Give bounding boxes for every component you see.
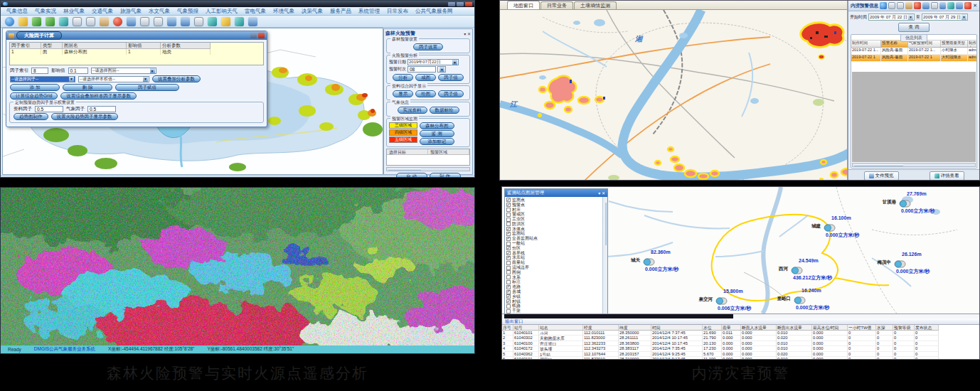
- weather-button[interactable]: 数据标绘: [430, 107, 459, 114]
- sample-weight-select[interactable]: --请选择样本权值--▼: [78, 76, 149, 82]
- image-icon[interactable]: [956, 2, 963, 9]
- station-data-row[interactable]: 361040100官庄渡口112.36223328.3638002014/12/…: [502, 341, 980, 346]
- back-arrow-icon[interactable]: [947, 2, 954, 9]
- layer-close-icon[interactable]: ✕: [602, 191, 605, 196]
- ruler-icon[interactable]: [18, 17, 28, 26]
- warning-row[interactable]: 2019-07-22 1...风险高-暴雨2019-07-22 1...小时降水…: [851, 48, 976, 55]
- assign-factor-button[interactable]: 因子赋值: [115, 84, 179, 91]
- station-data-row[interactable]: 661040101周家口111.82301028.3100002014/12/4…: [502, 357, 980, 360]
- minimize-button[interactable]: [448, 2, 455, 6]
- set-trend-display-button[interactable]: 设置火险趋势因子显示参数: [51, 113, 118, 120]
- tab-daily-ops[interactable]: 日常业务: [540, 1, 573, 9]
- layer-vscrollbar[interactable]: [602, 197, 607, 314]
- warn-date-field[interactable]: 2019年07月22日▼: [408, 59, 459, 65]
- layer-checkbox[interactable]: [506, 270, 511, 274]
- tab-map-window[interactable]: 地图窗口: [507, 1, 540, 9]
- zoom-out-icon[interactable]: [86, 17, 95, 26]
- select-arrow-icon[interactable]: [59, 17, 68, 26]
- layer-checkbox[interactable]: [506, 251, 511, 255]
- menu-item[interactable]: 交通气象: [92, 8, 113, 15]
- menu-item[interactable]: 气象信息: [6, 8, 28, 15]
- analysis-button[interactable]: 成图: [415, 74, 436, 81]
- layer-checkbox[interactable]: [506, 213, 511, 217]
- influence-input[interactable]: 0.1: [68, 68, 88, 74]
- display-button[interactable]: 绘图: [415, 90, 436, 97]
- menu-item[interactable]: 气象实况: [35, 8, 56, 15]
- layer-checkbox[interactable]: [506, 280, 511, 284]
- station-data-row[interactable]: 161040101小河112.01011128.3500002014/12/4 …: [502, 331, 980, 336]
- layer-select[interactable]: --请选择图层--▼: [91, 68, 156, 74]
- detail-view-button[interactable]: 详情查看: [930, 171, 964, 181]
- map-icon[interactable]: [939, 2, 947, 9]
- delete-button[interactable]: 删 除: [63, 84, 112, 91]
- menu-item[interactable]: 人工影响天气: [206, 8, 238, 15]
- date-from-field[interactable]: 2009 年 07 月 22 日▼: [868, 14, 915, 21]
- globe-icon[interactable]: [5, 17, 14, 26]
- full-extent-icon[interactable]: [127, 17, 136, 26]
- image-icon[interactable]: [248, 17, 257, 26]
- warn-time-select[interactable]: ▼: [437, 66, 446, 73]
- window-icon[interactable]: [922, 2, 930, 9]
- layer-checkbox[interactable]: [506, 203, 511, 207]
- tab-soil-moisture[interactable]: 土壤墒情监测: [574, 1, 617, 9]
- back-arrow-icon[interactable]: [235, 17, 244, 26]
- data-factor-input[interactable]: 0.5: [35, 106, 63, 112]
- dialog-close-button[interactable]: [258, 33, 265, 38]
- identify-icon[interactable]: [154, 17, 163, 26]
- menu-item[interactable]: 气象预报: [177, 8, 198, 15]
- globe-icon[interactable]: [880, 2, 887, 9]
- station-data-row[interactable]: 5610403621号站112.10764428.2031572014/12/4…: [502, 352, 980, 357]
- print-icon[interactable]: [194, 17, 203, 26]
- layer-item[interactable]: 村镇: [506, 299, 606, 304]
- layer-checkbox[interactable]: [506, 304, 511, 309]
- factor-select[interactable]: --请选择因子--▼: [10, 76, 75, 82]
- pin-icon[interactable]: ▾: [464, 32, 466, 36]
- pan-hand-icon[interactable]: [905, 2, 912, 9]
- layer-checkbox[interactable]: [506, 237, 511, 241]
- layer-checkbox[interactable]: [506, 242, 511, 246]
- factor-table[interactable]: 因子索引类型图层名影响值分析参数 1面森林分布图1地类: [9, 42, 264, 65]
- display-button[interactable]: 因子值: [438, 90, 464, 97]
- analysis-button[interactable]: 分析: [393, 74, 413, 81]
- zone-button[interactable]: 添加标记: [420, 138, 454, 145]
- layer-checkbox[interactable]: [506, 294, 511, 299]
- add-button[interactable]: 添 加: [10, 84, 60, 91]
- menu-item[interactable]: 服务产品: [330, 8, 351, 15]
- layer-item[interactable]: 乡镇: [506, 294, 606, 299]
- layer-checkbox[interactable]: [506, 218, 511, 222]
- target-list[interactable]: 选择目标预警区域: [386, 149, 470, 166]
- layer-checkbox[interactable]: [506, 309, 511, 314]
- warn-time-input[interactable]: 08: [408, 66, 436, 73]
- map-edit-icon[interactable]: [181, 17, 190, 26]
- map-view-icon[interactable]: [167, 17, 176, 26]
- weather-button[interactable]: 实况资料: [398, 107, 427, 114]
- menu-item[interactable]: 日常发布: [387, 8, 408, 15]
- menu-item[interactable]: 林业气象: [63, 8, 85, 15]
- page-2-icon[interactable]: [931, 2, 938, 9]
- pan-hand-icon[interactable]: [100, 17, 109, 26]
- display-button[interactable]: 显示: [393, 90, 413, 97]
- factor-table-row[interactable]: 1面森林分布图1地类: [10, 49, 263, 55]
- layer-checkbox[interactable]: [506, 290, 511, 294]
- layer-panel-title-bar[interactable]: 监测站点图层管理 ▾ ✕: [505, 189, 607, 197]
- warning-table[interactable]: 制作时间预警名称气象预警时间预警雨量类型制作人 2019-07-22 1...风…: [851, 40, 976, 62]
- pin-icon[interactable]: [221, 17, 230, 26]
- collapse-icon[interactable]: ▾: [598, 191, 600, 196]
- layer-item[interactable]: 铁路: [506, 304, 606, 309]
- layer-tree-icon[interactable]: [32, 17, 41, 26]
- zone-button[interactable]: 森林分布图: [420, 122, 454, 129]
- station-data-row[interactable]: 461040172坡头垭112.34327328.3831172014/12/4…: [502, 346, 980, 351]
- make-button[interactable]: 制 作: [430, 173, 461, 178]
- layer-item[interactable]: 流域边界: [506, 265, 606, 270]
- query-button[interactable]: 查 询: [898, 23, 930, 32]
- layer-checkbox[interactable]: [506, 275, 511, 279]
- set-display-params-button[interactable]: 设置综合叠加样本因子显示参数: [60, 92, 137, 100]
- menu-item[interactable]: 公共气象服务网: [415, 8, 453, 15]
- list-hscrollbar[interactable]: [852, 163, 976, 167]
- title-bar[interactable]: [1, 1, 474, 7]
- file-preview-button[interactable]: 文件预览: [864, 171, 899, 181]
- zoom-out-icon[interactable]: [897, 2, 904, 9]
- layer-item[interactable]: 道路: [506, 284, 606, 289]
- compute-grid-button[interactable]: 计算综合趋势Grid: [10, 92, 58, 100]
- layer-checkbox[interactable]: [506, 256, 511, 260]
